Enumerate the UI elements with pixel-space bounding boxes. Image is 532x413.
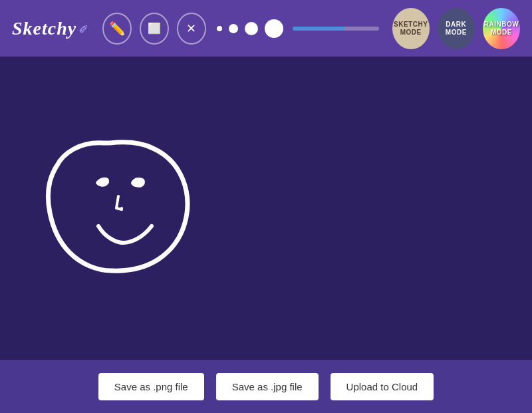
brush-size-small[interactable] <box>217 26 222 31</box>
app-title: Sketchy <box>12 18 76 39</box>
save-png-button[interactable]: Save as .png file <box>98 373 204 400</box>
save-jpg-button[interactable]: Save as .jpg file <box>216 373 319 400</box>
clear-tool-button[interactable]: ✕ <box>177 13 206 45</box>
sketchy-mode-button[interactable]: SKETCHYMODE <box>392 8 430 49</box>
brush-slider-area <box>293 27 379 31</box>
brush-size-slider[interactable] <box>293 27 379 31</box>
eraser-tool-button[interactable]: ⬜ <box>140 13 169 45</box>
canvas-drawing <box>0 57 532 360</box>
upload-cloud-label: Upload to Cloud <box>346 381 418 392</box>
toolbar: Sketchy ✏ ✏️ ⬜ ✕ SKETCHYMODE DARKMODE RA… <box>0 0 532 57</box>
eraser-icon: ⬜ <box>148 22 161 35</box>
upload-cloud-button[interactable]: Upload to Cloud <box>331 373 434 400</box>
logo-pencil-icon: ✏ <box>76 19 93 37</box>
save-png-label: Save as .png file <box>114 381 188 392</box>
brush-size-medium[interactable] <box>229 24 238 33</box>
brush-size-selector <box>217 19 283 38</box>
sketchy-mode-label: SKETCHYMODE <box>394 21 428 37</box>
pencil-icon: ✏️ <box>109 21 126 37</box>
app-logo: Sketchy ✏ <box>12 18 89 39</box>
brush-size-xlarge[interactable] <box>265 19 283 38</box>
pencil-tool-button[interactable]: ✏️ <box>102 13 132 45</box>
drawing-canvas[interactable] <box>0 57 532 360</box>
dark-mode-label: DARKMODE <box>446 21 467 37</box>
brush-size-large[interactable] <box>245 22 258 35</box>
clear-icon: ✕ <box>186 21 196 36</box>
footer-toolbar: Save as .png file Save as .jpg file Uplo… <box>0 360 532 413</box>
rainbow-mode-button[interactable]: RAINBOWMODE <box>483 8 520 49</box>
rainbow-mode-label: RAINBOWMODE <box>484 21 519 37</box>
save-jpg-label: Save as .jpg file <box>232 381 303 392</box>
dark-mode-button[interactable]: DARKMODE <box>438 8 475 49</box>
